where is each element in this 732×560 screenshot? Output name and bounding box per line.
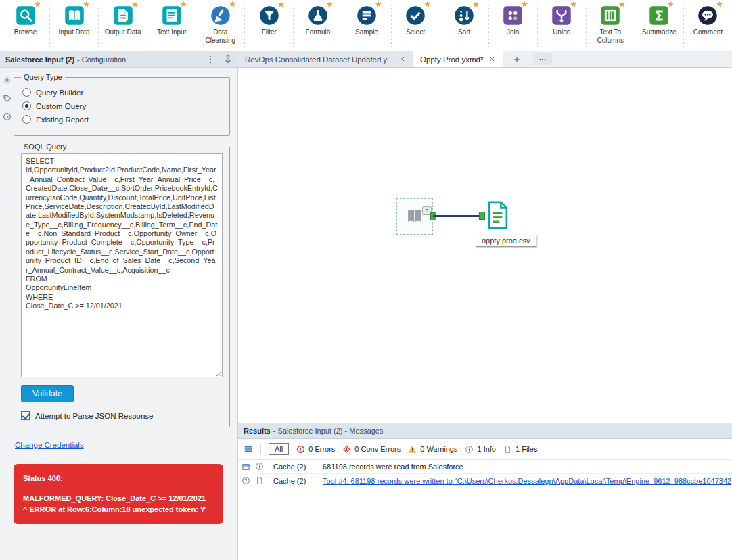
tab-revops-consolidated-dataset-updated-y[interactable]: RevOps Consolidated Dataset Updated.y... [238,51,413,67]
favorite-star-icon[interactable] [326,1,334,8]
favorite-star-icon[interactable] [472,1,480,8]
tab-strip: RevOps Consolidated Dataset Updated.y...… [238,51,503,67]
tool-input-data[interactable]: Input Data [50,5,99,47]
favorite-star-icon[interactable] [83,1,90,8]
validate-button[interactable]: Validate [21,385,74,402]
filter-0-conv-errors[interactable]: 0 Conv Errors [342,445,401,454]
soql-query-input[interactable]: SELECT Id,OpportunityId,Product2Id,Produ… [21,153,223,377]
config-content: Query Type Query Builder Custom Query Ex… [14,73,234,560]
tool-label: Input Data [59,28,90,37]
radio-label: Query Builder [36,89,83,97]
tool-data-cleansing[interactable]: Data Cleansing [196,5,245,47]
workflow-canvas[interactable]: 0 oppty prod.csv [238,68,732,423]
output-tool-annotation[interactable]: oppty prod.csv [476,235,536,247]
filter-1-info[interactable]: 1 Info [465,445,496,454]
change-credentials-link[interactable]: Change Credentials [15,441,84,449]
close-icon[interactable] [399,56,406,63]
menu-icon[interactable] [244,444,253,454]
favorite-star-icon[interactable] [131,1,139,8]
tool-formula[interactable]: Formula [294,5,342,47]
message-source: Cache (2) [269,477,317,485]
file-icon [255,476,265,486]
text-input-icon [162,5,182,26]
tool-output-data[interactable]: Output Data [99,5,147,47]
summarize-icon [649,5,669,26]
favorite-star-icon[interactable] [618,1,626,8]
radio-custom-query[interactable]: Custom Query [22,101,221,110]
text-to-columns-icon [600,5,620,26]
tab-label: RevOps Consolidated Dataset Updated.y... [245,55,393,64]
parse-json-checkbox[interactable]: Attempt to Parse JSON Response [21,411,223,420]
filter-0-errors[interactable]: 0 Errors [296,445,335,454]
config-title: Salesforce Input (2) [5,55,74,64]
results-panel: Results - Salesforce Input (2) - Message… [238,423,732,560]
tool-text-input[interactable]: Text Input [147,5,196,47]
radio-query-builder[interactable]: Query Builder [22,88,221,97]
results-header: Results - Salesforce Input (2) - Message… [238,423,732,439]
radio-icon [22,101,31,110]
tool-select[interactable]: Select [392,5,440,47]
tool-join[interactable]: Join [489,5,538,47]
query-type-options: Query Builder Custom Query Existing Repo… [21,88,223,124]
salesforce-input-tool[interactable]: 0 [396,198,433,235]
favorite-star-icon[interactable] [229,1,236,8]
configuration-tab-icon[interactable] [3,76,12,85]
help-icon[interactable] [242,476,250,485]
output-data-tool[interactable] [486,200,509,230]
message-row[interactable]: Cache (2) Tool #4: 681198 records were w… [253,474,732,488]
tool-label: Comment [693,28,723,37]
pin-icon[interactable] [223,55,233,64]
tool-sort[interactable]: Sort [440,5,489,47]
filter-1-files[interactable]: 1 Files [503,445,537,454]
select-icon [405,5,426,26]
tab-overflow-button[interactable] [533,53,552,65]
tool-summarize[interactable]: Summarize [635,5,684,47]
filter-all[interactable]: All [269,443,289,455]
tool-label: Text To Columns [588,28,633,44]
new-tab-button[interactable] [509,51,525,67]
favorite-star-icon[interactable] [180,1,187,8]
favorite-star-icon[interactable] [277,1,285,8]
config-subtitle: - Configuration [77,55,126,64]
favorite-star-icon[interactable] [570,1,577,8]
dock-icon[interactable] [242,463,250,471]
favorite-star-icon[interactable] [34,1,41,8]
tool-label: Sort [458,28,470,37]
message-row[interactable]: Cache (2) 681198 records were read from … [253,460,732,474]
checkbox-icon [21,411,30,420]
favorite-star-icon[interactable] [424,1,431,8]
favorite-star-icon[interactable] [375,1,382,8]
connection-wire[interactable] [433,215,479,217]
performance-tab-icon[interactable] [3,112,12,121]
results-messages-area: Cache (2) 681198 records were read from … [238,460,732,488]
message-link[interactable]: Tool #4: 681198 records were written to … [317,477,731,485]
tool-sample[interactable]: Sample [342,5,391,47]
sort-icon [454,5,474,26]
kebab-icon[interactable] [206,55,215,64]
results-messages: Cache (2) 681198 records were read from … [253,460,732,488]
tool-text-to-columns[interactable]: Text To Columns [587,5,635,47]
filter-icon [259,5,279,26]
tool-label: Browse [14,28,37,37]
config-side-strip [1,76,12,121]
favorite-star-icon[interactable] [667,1,674,8]
tool-union[interactable]: Union [538,5,587,47]
input-anchor[interactable] [479,212,485,220]
tool-label: Output Data [105,28,141,37]
radio-existing-report[interactable]: Existing Report [22,115,221,124]
tool-label: Join [507,28,519,37]
tool-filter[interactable]: Filter [245,5,294,47]
filter-label: 0 Errors [308,445,335,453]
info-icon [465,445,474,454]
formula-icon [308,5,328,26]
tool-browse[interactable]: Browse [1,5,50,47]
annotation-tab-icon[interactable] [3,94,12,103]
tool-label: Summarize [642,28,677,37]
tool-comment[interactable]: Comment [684,5,732,47]
filter-label: 1 Info [477,445,496,453]
close-icon[interactable] [489,56,496,63]
tab-oppty-prod-yxmd[interactable]: Oppty Prod.yxmd* [413,51,503,67]
favorite-star-icon[interactable] [716,1,723,8]
filter-0-warnings[interactable]: 0 Warnings [408,445,457,454]
favorite-star-icon[interactable] [521,1,528,8]
